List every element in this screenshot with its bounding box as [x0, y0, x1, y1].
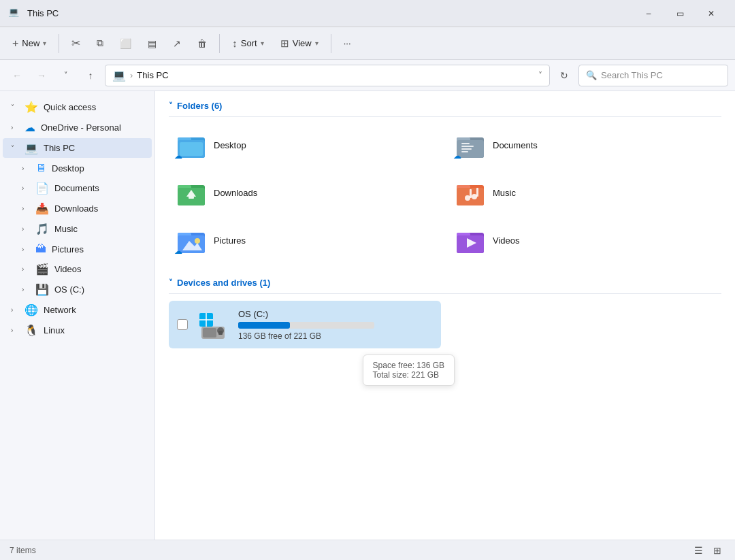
- devices-section-header: ˅ Devices and drives (1): [155, 268, 735, 293]
- quick-access-icon: ⭐: [24, 101, 38, 114]
- tooltip-space-free: Space free: 136 GB: [373, 361, 444, 370]
- documents-icon: 📄: [35, 182, 49, 195]
- devices-section-label: Devices and drives (1): [177, 278, 270, 288]
- expand-icon: ›: [22, 165, 30, 172]
- expand-icon: ›: [22, 184, 30, 192]
- sidebar-item-label: Desktop: [52, 163, 84, 174]
- folder-item-downloads[interactable]: Downloads: [169, 171, 442, 214]
- new-label: New: [22, 38, 39, 48]
- expand-icon: ›: [11, 306, 19, 314]
- onedrive-icon: ☁: [24, 121, 35, 134]
- drive-tooltip: Space free: 136 GB Total size: 221 GB: [363, 355, 455, 386]
- nav-bar: ← → ˅ ↑ 💻 › This PC ˅ ↻ 🔍 Search This PC: [0, 60, 735, 91]
- toolbar-separator-1: [59, 34, 59, 53]
- minimize-button[interactable]: –: [633, 0, 664, 27]
- devices-chevron[interactable]: ˅: [169, 278, 173, 287]
- refresh-button[interactable]: ↻: [554, 65, 574, 86]
- sidebar-item-label: OS (C:): [54, 284, 84, 295]
- svg-rect-8: [461, 146, 474, 147]
- up-button[interactable]: ↑: [80, 65, 101, 86]
- folder-item-pictures[interactable]: ☁ Pictures: [169, 219, 442, 261]
- music-icon: 🎵: [35, 223, 49, 235]
- share-button[interactable]: ↗: [166, 31, 188, 56]
- main-layout: ˅ ⭐ Quick access › ☁ OneDrive - Personal…: [0, 91, 735, 540]
- address-icon: 💻: [112, 69, 126, 82]
- folder-item-music[interactable]: Music: [448, 171, 721, 214]
- svg-rect-22: [476, 188, 478, 197]
- sidebar-item-linux[interactable]: › 🐧 Linux: [3, 320, 152, 340]
- rename-button[interactable]: ▤: [141, 31, 163, 56]
- svg-rect-15: [189, 197, 194, 199]
- paste-button[interactable]: ⬜: [113, 31, 138, 56]
- status-bar: 7 items ☰ ⊞: [0, 540, 735, 560]
- folder-icon-wrap: [456, 178, 485, 207]
- address-bar[interactable]: 💻 › This PC ˅: [105, 65, 550, 86]
- folder-name-pictures: Pictures: [214, 235, 246, 246]
- drive-checkbox[interactable]: [177, 319, 188, 330]
- sort-button[interactable]: ↕ Sort ▾: [225, 31, 270, 56]
- folder-icon-wrap: [456, 226, 485, 254]
- maximize-button[interactable]: ▭: [664, 0, 696, 27]
- folder-icon-music: [456, 178, 485, 207]
- rename-icon: ▤: [148, 38, 157, 49]
- folder-name-downloads: Downloads: [214, 188, 257, 198]
- sidebar-item-network[interactable]: › 🌐 Network: [3, 300, 152, 320]
- sidebar-item-videos[interactable]: › 🎬 Videos: [3, 259, 152, 279]
- copy-button[interactable]: ⧉: [90, 31, 110, 56]
- sidebar: ˅ ⭐ Quick access › ☁ OneDrive - Personal…: [0, 91, 155, 540]
- title-bar-left: 💻 This PC: [8, 7, 59, 20]
- sidebar-item-desktop[interactable]: › 🖥 Desktop: [3, 159, 152, 178]
- address-text: This PC: [137, 70, 168, 80]
- new-dropdown-icon: ▾: [43, 39, 46, 47]
- svg-point-19: [465, 195, 470, 201]
- drives-section: OS (C:) 136 GB free of 221 GB Space free…: [155, 294, 735, 355]
- sidebar-item-music[interactable]: › 🎵 Music: [3, 219, 152, 239]
- sidebar-item-quick-access[interactable]: ˅ ⭐ Quick access: [3, 97, 152, 117]
- cut-button[interactable]: ✂: [65, 31, 87, 56]
- paste-icon: ⬜: [120, 38, 131, 49]
- recent-dropdown-button[interactable]: ˅: [56, 65, 76, 86]
- forward-button[interactable]: →: [31, 65, 52, 86]
- sidebar-item-documents[interactable]: › 📄 Documents: [3, 178, 152, 198]
- title-bar: 💻 This PC – ▭ ✕: [0, 0, 735, 27]
- list-view-button[interactable]: ☰: [690, 542, 706, 559]
- view-button[interactable]: ⊞ View ▾: [274, 31, 325, 56]
- folder-name-documents: Documents: [493, 140, 538, 150]
- expand-icon: ›: [22, 286, 30, 293]
- view-icon: ⊞: [280, 37, 289, 50]
- sidebar-item-pictures[interactable]: › 🏔 Pictures: [3, 240, 152, 259]
- close-button[interactable]: ✕: [696, 0, 727, 27]
- sidebar-item-onedrive[interactable]: › ☁ OneDrive - Personal: [3, 118, 152, 137]
- delete-button[interactable]: 🗑: [191, 31, 214, 56]
- more-label: ···: [344, 38, 351, 48]
- drive-free-text: 136 GB free of 221 GB: [238, 331, 433, 341]
- downloads-icon: 📥: [35, 202, 49, 215]
- cloud-badge-documents: ☁: [453, 151, 461, 161]
- svg-point-27: [195, 238, 200, 244]
- cut-icon: ✂: [71, 37, 80, 50]
- folder-item-desktop[interactable]: ☁ Desktop: [169, 124, 442, 166]
- folder-item-videos[interactable]: Videos: [448, 219, 721, 261]
- folders-chevron[interactable]: ˅: [169, 101, 173, 110]
- os-c-drive-icon: [196, 308, 230, 342]
- address-separator: ›: [130, 70, 133, 80]
- folder-item-documents[interactable]: ☁ Documents: [448, 124, 721, 166]
- grid-view-button[interactable]: ⊞: [709, 542, 725, 559]
- expand-icon: ›: [22, 246, 30, 253]
- sidebar-item-label: Documents: [54, 183, 99, 193]
- sidebar-item-os-c[interactable]: › 💾 OS (C:): [3, 280, 152, 299]
- back-button[interactable]: ←: [7, 65, 27, 86]
- toolbar: + New ▾ ✂ ⧉ ⬜ ▤ ↗ 🗑 ↕ Sort ▾ ⊞ View ▾ ··…: [0, 27, 735, 60]
- pictures-icon: 🏔: [35, 243, 46, 255]
- search-icon: 🔍: [586, 70, 597, 80]
- new-button[interactable]: + New ▾: [5, 31, 53, 56]
- search-placeholder: Search This PC: [601, 70, 663, 80]
- more-button[interactable]: ···: [337, 31, 358, 56]
- toolbar-separator-3: [331, 34, 331, 53]
- sort-dropdown-icon: ▾: [261, 39, 264, 47]
- linux-icon: 🐧: [24, 324, 38, 337]
- search-box[interactable]: 🔍 Search This PC: [578, 65, 728, 86]
- sidebar-item-downloads[interactable]: › 📥 Downloads: [3, 199, 152, 218]
- sidebar-item-this-pc[interactable]: ˅ 💻 This PC: [3, 138, 152, 158]
- drive-item-os-c[interactable]: OS (C:) 136 GB free of 221 GB Space free…: [169, 301, 441, 348]
